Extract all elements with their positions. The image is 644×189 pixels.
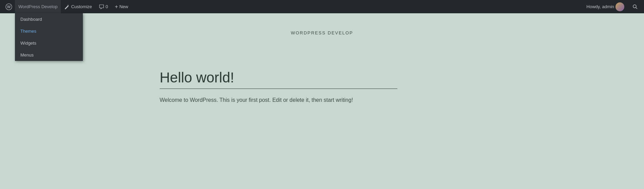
new-label: New (119, 4, 128, 9)
avatar (615, 2, 624, 11)
site-name-label: WordPress Develop (18, 4, 57, 9)
customize-button[interactable]: Customize (61, 0, 95, 13)
site-content: WORDPRESS DEVELOP Hello world! Welcome t… (0, 13, 644, 189)
wp-logo-icon: W (5, 3, 12, 10)
howdy-text: Howdy, admin (587, 4, 614, 9)
new-item-wrapper: + New (115, 4, 128, 10)
comments-button[interactable]: 0 (95, 0, 111, 13)
comment-count: 0 (106, 4, 108, 9)
dropdown-item-widgets[interactable]: Widgets (15, 37, 83, 49)
search-button[interactable] (629, 0, 641, 13)
dropdown-item-menus[interactable]: Menus (15, 49, 83, 61)
comment-bubble: 0 (99, 4, 108, 10)
dropdown-item-themes[interactable]: Themes (15, 25, 83, 37)
post-excerpt: Welcome to WordPress. This is your first… (160, 96, 397, 105)
user-profile-button[interactable]: Howdy, admin (583, 0, 628, 13)
site-name-button[interactable]: WordPress Develop Dashboard Themes Widge… (15, 0, 61, 13)
svg-line-3 (636, 7, 637, 9)
svg-point-2 (633, 5, 636, 8)
admin-bar: W WordPress Develop Dashboard Themes Wid… (0, 0, 644, 13)
avatar-image (615, 2, 624, 11)
plus-icon: + (115, 4, 118, 10)
post-title: Hello world! (160, 69, 397, 89)
site-title: WORDPRESS DEVELOP (291, 30, 353, 35)
customize-icon (64, 4, 70, 10)
post-area: Hello world! Welcome to WordPress. This … (160, 69, 397, 105)
comment-icon (99, 4, 104, 10)
wp-logo-button[interactable]: W (3, 0, 15, 13)
search-icon (632, 4, 638, 10)
new-content-button[interactable]: + New (111, 0, 131, 13)
site-dropdown-menu: Dashboard Themes Widgets Menus (15, 13, 83, 61)
adminbar-right: Howdy, admin (583, 0, 641, 13)
dropdown-item-dashboard[interactable]: Dashboard (15, 13, 83, 25)
svg-text:W: W (7, 5, 11, 9)
customize-label: Customize (71, 4, 92, 9)
